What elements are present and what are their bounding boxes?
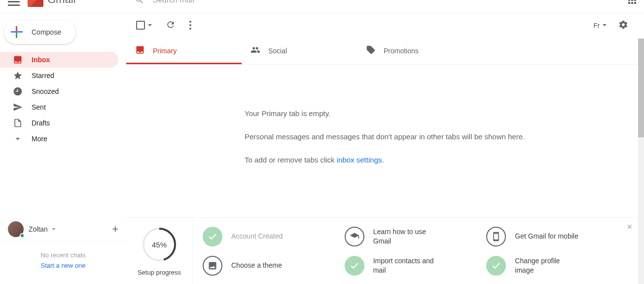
sidebar-item-sent[interactable]: Sent <box>0 99 118 115</box>
menu-icon[interactable] <box>8 0 20 6</box>
compose-button[interactable]: Compose <box>4 20 76 44</box>
language-selector[interactable]: Fr <box>594 22 607 29</box>
tab-label: Social <box>268 47 287 55</box>
check-icon <box>203 227 222 246</box>
app-title: Gmail <box>47 0 75 6</box>
setup-item-learn-gmail[interactable]: Learn how to use Gmail <box>345 224 487 249</box>
select-dropdown-icon[interactable] <box>148 24 152 26</box>
sidebar-item-inbox[interactable]: Inbox <box>0 52 118 68</box>
chevron-down-icon <box>52 228 56 230</box>
sidebar-item-label: Drafts <box>32 119 50 127</box>
hangouts-username: Zoltan <box>29 225 48 233</box>
tab-label: Primary <box>153 47 177 55</box>
search-icon <box>135 0 144 5</box>
setup-item-mobile[interactable]: Get Gmail for mobile <box>486 224 628 249</box>
language-label: Fr <box>594 22 600 29</box>
tag-icon <box>366 45 376 56</box>
hangouts-user-row[interactable]: Zoltan + <box>0 217 126 242</box>
tab-primary[interactable]: Primary <box>126 37 242 64</box>
new-chat-button[interactable]: + <box>112 223 118 236</box>
clock-icon <box>13 86 23 96</box>
setup-progress-column: 45% Setup progress <box>126 218 193 284</box>
inbox-settings-link[interactable]: inbox settings <box>337 156 382 164</box>
gmail-logo-icon <box>28 0 43 7</box>
avatar <box>8 221 24 237</box>
tab-social[interactable]: Social <box>242 37 357 64</box>
send-icon <box>13 102 23 112</box>
empty-link-row: To add or remove tabs click inbox settin… <box>245 156 638 164</box>
close-button[interactable]: × <box>627 222 632 232</box>
image-icon <box>203 256 222 276</box>
sidebar-item-snoozed[interactable]: Snoozed <box>0 83 118 99</box>
setup-item-profile-image[interactable]: Change profile image <box>486 253 628 278</box>
scrollbar-thumb[interactable] <box>638 39 644 137</box>
start-new-chat-link[interactable]: Start a new one <box>8 262 118 269</box>
app-header: Gmail Search mail <box>0 0 644 13</box>
setup-item-label: Choose a theme <box>231 261 282 270</box>
tab-label: Promotions <box>384 47 419 55</box>
setup-item-theme[interactable]: Choose a theme <box>203 253 345 278</box>
setup-item-label: Get Gmail for mobile <box>515 232 578 241</box>
setup-item-account-created[interactable]: Account Created <box>203 224 345 249</box>
no-chats-text: No recent chats <box>8 251 118 259</box>
check-icon <box>486 256 506 276</box>
sidebar-item-drafts[interactable]: Drafts <box>0 115 118 131</box>
setup-item-label: Import contacts and mail <box>373 256 437 274</box>
file-icon <box>13 118 23 128</box>
sidebar: Compose Inbox Starred Snoozed Sent Draft… <box>0 13 126 284</box>
setup-item-import[interactable]: Import contacts and mail <box>345 253 487 278</box>
star-icon <box>13 71 23 81</box>
empty-link-suffix: . <box>382 156 384 164</box>
sidebar-item-label: Inbox <box>32 56 50 64</box>
empty-title: Your Primary tab is empty. <box>245 109 638 118</box>
progress-ring: 45% <box>141 226 178 263</box>
search-bar[interactable]: Search mail <box>135 0 194 5</box>
compose-label: Compose <box>32 28 61 36</box>
check-icon <box>345 256 364 276</box>
select-all-checkbox[interactable] <box>136 21 145 30</box>
people-icon <box>250 45 260 56</box>
scrollbar[interactable] <box>638 39 644 284</box>
setup-steps-grid: Account Created Learn how to use Gmail G… <box>193 218 638 284</box>
more-button[interactable] <box>189 21 191 30</box>
sidebar-item-label: Starred <box>32 72 54 80</box>
sidebar-item-label: More <box>32 135 47 143</box>
hangouts-empty: No recent chats Start a new one <box>0 242 126 284</box>
settings-button[interactable] <box>618 20 628 31</box>
tab-promotions[interactable]: Promotions <box>357 37 472 64</box>
empty-link-prefix: To add or remove tabs click <box>245 156 337 164</box>
sidebar-item-starred[interactable]: Starred <box>0 68 118 83</box>
setup-progress-label: Setup progress <box>138 269 181 276</box>
hangouts-panel: Zoltan + No recent chats Start a new one <box>0 217 126 284</box>
search-placeholder: Search mail <box>152 0 194 4</box>
toolbar: Fr <box>126 13 638 37</box>
setup-item-label: Change profile image <box>515 256 579 274</box>
refresh-button[interactable] <box>166 20 176 31</box>
apps-icon[interactable] <box>628 0 636 4</box>
empty-state: Your Primary tab is empty. Personal mess… <box>126 65 638 164</box>
setup-progress-panel: × 45% Setup progress Account Created Lea… <box>126 217 638 284</box>
category-tabs: Primary Social Promotions <box>126 37 638 65</box>
setup-item-label: Account Created <box>231 232 283 241</box>
phone-icon <box>486 227 506 246</box>
setup-item-label: Learn how to use Gmail <box>373 227 437 245</box>
graduation-icon <box>345 227 364 246</box>
chevron-down-icon <box>603 24 607 26</box>
empty-description: Personal messages and messages that don'… <box>245 132 638 141</box>
sidebar-item-label: Snoozed <box>32 87 59 95</box>
progress-percent: 45% <box>152 240 167 248</box>
presence-dot <box>20 233 25 238</box>
sidebar-item-label: Sent <box>32 103 46 111</box>
sidebar-item-more[interactable]: More <box>0 131 118 147</box>
inbox-icon <box>135 45 145 56</box>
inbox-icon <box>13 55 23 65</box>
chevron-down-icon <box>13 134 23 144</box>
plus-icon <box>11 26 23 38</box>
